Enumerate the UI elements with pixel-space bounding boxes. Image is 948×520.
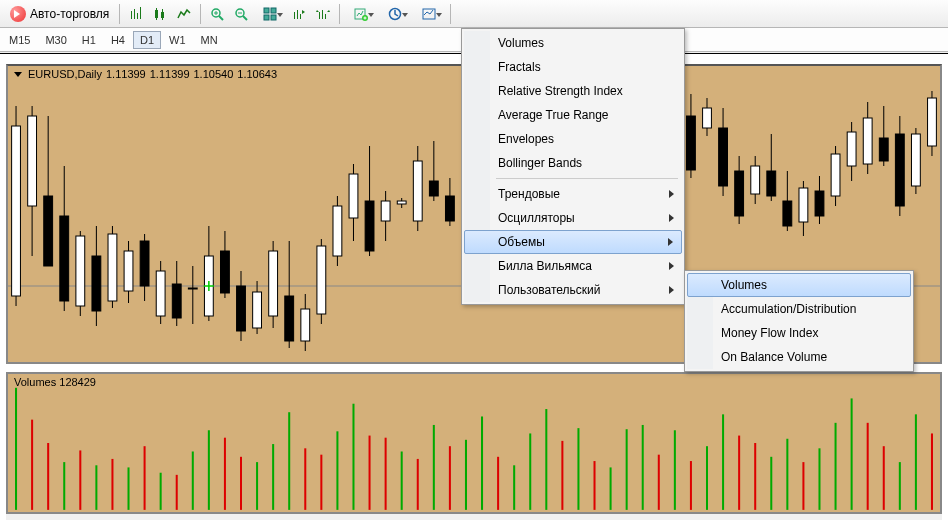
timeframe-h4[interactable]: H4 xyxy=(104,31,132,49)
periodicity-button[interactable] xyxy=(378,3,412,25)
svg-rect-41 xyxy=(172,284,181,318)
svg-rect-89 xyxy=(751,166,760,194)
timeframe-w1[interactable]: W1 xyxy=(162,31,193,49)
auto-trade-button[interactable]: Авто-торговля xyxy=(4,4,115,24)
svg-rect-12 xyxy=(271,8,276,13)
svg-rect-61 xyxy=(333,206,342,256)
menu-item[interactable]: Bollinger Bands xyxy=(464,151,682,175)
svg-rect-93 xyxy=(783,201,792,226)
templates-button[interactable] xyxy=(412,3,446,25)
svg-rect-83 xyxy=(703,108,712,128)
tile-windows-button[interactable] xyxy=(253,3,287,25)
menu-item[interactable]: Трендовые xyxy=(464,182,682,206)
svg-rect-53 xyxy=(269,251,278,316)
menu-item[interactable]: Билла Вильямса xyxy=(464,254,682,278)
svg-rect-37 xyxy=(140,241,149,286)
svg-rect-33 xyxy=(108,234,117,301)
indicators-menu[interactable]: VolumesFractalsRelative Strength IndexAv… xyxy=(461,28,685,305)
timeframe-m30[interactable]: M30 xyxy=(38,31,73,49)
candle-chart-button[interactable] xyxy=(148,3,172,25)
zoom-out-button[interactable] xyxy=(229,3,253,25)
menu-item[interactable]: Осцилляторы xyxy=(464,206,682,230)
svg-rect-71 xyxy=(413,161,422,221)
svg-rect-73 xyxy=(429,181,438,196)
menu-separator xyxy=(496,178,678,179)
svg-rect-87 xyxy=(735,171,744,216)
timeframe-m15[interactable]: M15 xyxy=(2,31,37,49)
svg-line-9 xyxy=(243,16,247,20)
timeframe-h1[interactable]: H1 xyxy=(75,31,103,49)
auto-trade-label: Авто-торговля xyxy=(30,7,109,21)
svg-rect-103 xyxy=(863,118,872,164)
svg-rect-47 xyxy=(221,251,230,293)
svg-rect-81 xyxy=(687,116,696,170)
volumes-submenu[interactable]: VolumesAccumulation/DistributionMoney Fl… xyxy=(684,270,914,372)
menu-item[interactable]: Volumes xyxy=(687,273,911,297)
svg-line-5 xyxy=(219,16,223,20)
menu-item[interactable]: On Balance Volume xyxy=(687,345,911,369)
svg-rect-25 xyxy=(44,196,53,266)
volume-pane[interactable]: Volumes 128429 xyxy=(6,372,942,514)
line-chart-button[interactable] xyxy=(172,3,196,25)
volume-chart-canvas[interactable] xyxy=(8,374,940,512)
svg-rect-57 xyxy=(301,309,310,341)
menu-item[interactable]: Money Flow Index xyxy=(687,321,911,345)
menu-item[interactable]: Envelopes xyxy=(464,127,682,151)
toolbar-separator xyxy=(119,4,120,24)
svg-rect-39 xyxy=(156,271,165,316)
toolbar-separator xyxy=(200,4,201,24)
svg-rect-49 xyxy=(237,286,246,331)
autoscroll-button[interactable] xyxy=(311,3,335,25)
svg-rect-13 xyxy=(264,15,269,20)
menu-item[interactable]: Объемы xyxy=(464,230,682,254)
bar-chart-button[interactable] xyxy=(124,3,148,25)
timeframe-mn[interactable]: MN xyxy=(194,31,225,49)
svg-rect-29 xyxy=(76,236,85,306)
svg-rect-65 xyxy=(365,201,374,251)
svg-rect-11 xyxy=(264,8,269,13)
svg-rect-107 xyxy=(895,134,904,206)
svg-rect-109 xyxy=(911,134,920,186)
svg-rect-99 xyxy=(831,154,840,196)
timeframe-d1[interactable]: D1 xyxy=(133,31,161,49)
svg-rect-27 xyxy=(60,216,69,301)
toolbar-separator xyxy=(450,4,451,24)
menu-item[interactable]: Fractals xyxy=(464,55,682,79)
svg-rect-21 xyxy=(12,126,21,296)
svg-rect-85 xyxy=(719,128,728,186)
svg-rect-43 xyxy=(188,288,197,289)
menu-item[interactable]: Volumes xyxy=(464,31,682,55)
svg-rect-63 xyxy=(349,174,358,218)
svg-rect-51 xyxy=(253,292,262,328)
svg-rect-55 xyxy=(285,296,294,341)
menu-item[interactable]: Relative Strength Index xyxy=(464,79,682,103)
indicators-button[interactable] xyxy=(344,3,378,25)
auto-trade-icon xyxy=(10,6,26,22)
menu-item[interactable]: Accumulation/Distribution xyxy=(687,297,911,321)
svg-rect-31 xyxy=(92,256,101,311)
zoom-in-button[interactable] xyxy=(205,3,229,25)
toolbar-separator xyxy=(339,4,340,24)
svg-rect-95 xyxy=(799,188,808,222)
shift-chart-button[interactable] xyxy=(287,3,311,25)
svg-rect-59 xyxy=(317,246,326,314)
svg-rect-105 xyxy=(879,138,888,161)
main-toolbar: Авто-торговля xyxy=(0,0,948,28)
menu-item[interactable]: Пользовательский xyxy=(464,278,682,302)
svg-rect-75 xyxy=(445,196,454,221)
svg-rect-101 xyxy=(847,132,856,166)
svg-rect-69 xyxy=(397,201,406,204)
svg-rect-35 xyxy=(124,251,133,291)
svg-rect-111 xyxy=(928,98,937,146)
svg-rect-97 xyxy=(815,191,824,216)
svg-rect-14 xyxy=(271,15,276,20)
svg-rect-23 xyxy=(28,116,37,206)
svg-rect-91 xyxy=(767,171,776,196)
menu-item[interactable]: Average True Range xyxy=(464,103,682,127)
svg-rect-67 xyxy=(381,201,390,221)
